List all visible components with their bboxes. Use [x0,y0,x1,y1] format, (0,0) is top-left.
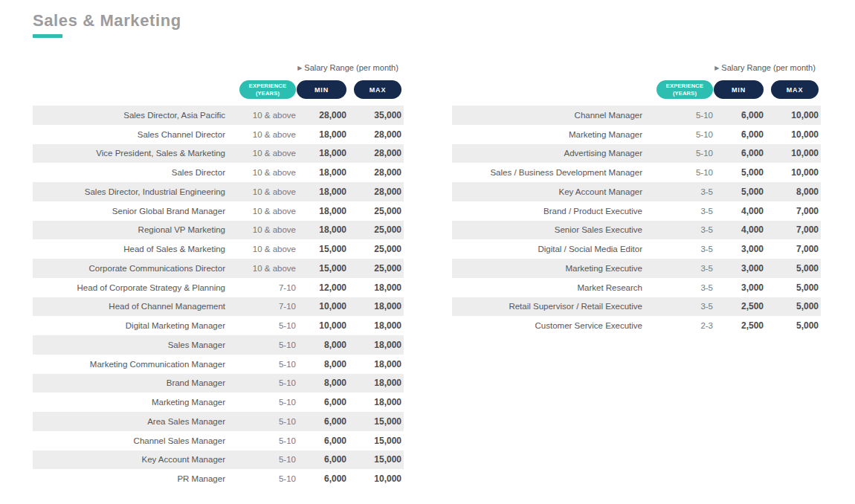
max-salary-value: 25,000 [346,263,401,274]
min-salary-value: 6,000 [296,436,346,446]
table-row: Sales Channel Director 10 & above 18,000… [33,125,404,144]
max-salary-value: 10,000 [764,167,819,178]
column-headers-row: EXPERIENCE (YEARS) MIN MAX [33,80,404,99]
experience-column-header-cell: EXPERIENCE (YEARS) [642,80,713,99]
min-salary-value: 6,000 [713,148,764,158]
table-row: Advertising Manager 5-10 6,000 10,000 [452,144,821,164]
max-salary-value: 18,000 [346,282,401,293]
salary-table-right: ▶Salary Range (per month) EXPERIENCE (YE… [452,61,821,488]
job-title: Market Research [452,283,642,292]
min-salary-value: 4,000 [713,206,764,216]
salary-range-text: Salary Range (per month) [721,63,816,72]
table-row: Sales Director, Industrial Engineering 1… [33,182,404,201]
table-row: Sales Director, Asia Pacific 10 & above … [33,106,404,125]
min-salary-value: 18,000 [296,148,346,158]
min-salary-value: 3,000 [713,244,764,254]
max-salary-value: 5,000 [764,282,819,293]
experience-value: 10 & above [225,168,296,177]
max-salary-value: 25,000 [346,224,401,235]
min-salary-value: 8,000 [296,340,346,350]
job-title: Sales Director, Asia Pacific [33,111,225,120]
min-salary-value: 10,000 [296,320,346,331]
max-salary-value: 5,000 [764,320,819,331]
table-row: PR Manager 5-10 6,000 10,000 [33,469,404,488]
experience-value: 5-10 [225,455,296,464]
triangle-right-icon: ▶ [297,65,302,71]
job-title: Channel Sales Manager [33,436,225,445]
job-title: Customer Service Executive [452,321,642,330]
experience-value: 10 & above [225,245,296,253]
table-row: Brand Manager 5-10 8,000 18,000 [33,374,404,393]
experience-value: 10 & above [225,130,296,139]
job-title: Sales / Business Development Manager [452,168,642,177]
max-salary-value: 7,000 [764,224,819,235]
table-row: Head of Channel Management 7-10 10,000 1… [33,297,404,317]
max-salary-value: 15,000 [346,454,401,465]
max-salary-value: 7,000 [764,206,819,216]
min-salary-value: 5,000 [713,187,764,197]
table-header: ▶Salary Range (per month) EXPERIENCE (YE… [452,61,821,106]
min-salary-value: 18,000 [296,129,346,140]
max-salary-value: 15,000 [346,436,401,446]
job-title: Sales Channel Director [33,130,225,139]
page-header: Sales & Marketing [33,10,181,38]
job-title: Marketing Manager [452,130,642,139]
max-salary-value: 18,000 [346,397,401,407]
experience-value: 10 & above [225,111,296,120]
max-salary-value: 8,000 [764,187,819,197]
experience-value: 7-10 [225,302,296,311]
min-salary-value: 4,000 [713,224,764,235]
table-row: Senior Global Brand Manager 10 & above 1… [33,201,404,221]
max-header-pill: MAX [771,80,819,99]
job-title: Marketing Manager [33,398,225,407]
table-row: Vice President, Sales & Marketing 10 & a… [33,144,404,164]
job-title: Marketing Communication Manager [33,360,225,369]
table-row: Marketing Manager 5-10 6,000 18,000 [33,392,404,412]
job-title: Sales Director [33,168,225,177]
max-salary-value: 18,000 [346,301,401,311]
min-salary-value: 3,000 [713,282,764,293]
min-salary-value: 15,000 [296,244,346,254]
max-salary-value: 7,000 [764,244,819,254]
max-salary-value: 18,000 [346,340,401,350]
table-row: Customer Service Executive 2-3 2,500 5,0… [452,316,821,335]
max-salary-value: 25,000 [346,244,401,254]
max-salary-value: 35,000 [346,110,401,120]
table-row: Channel Manager 5-10 6,000 10,000 [452,106,821,125]
experience-value: 5-10 [642,130,713,139]
min-column-header-cell: MIN [296,80,346,99]
max-column-header-cell: MAX [346,80,401,99]
min-header-pill: MIN [714,80,764,99]
min-salary-value: 6,000 [713,110,764,120]
job-title: Digital / Social Media Editor [452,245,642,253]
job-title: Sales Manager [33,340,225,349]
table-row: Retail Supervisor / Retail Executive 3-5… [452,297,821,317]
experience-value: 5-10 [225,340,296,349]
experience-value: 5-10 [642,149,713,158]
experience-value: 5-10 [225,417,296,426]
table-rows: Sales Director, Asia Pacific 10 & above … [33,106,404,488]
max-salary-value: 18,000 [346,359,401,369]
min-salary-value: 12,000 [296,282,346,293]
min-salary-value: 6,000 [296,416,346,427]
job-title: Corporate Communications Director [33,264,225,273]
max-salary-value: 28,000 [346,187,401,197]
experience-column-header-cell: EXPERIENCE (YEARS) [225,80,296,99]
experience-value: 5-10 [225,398,296,407]
job-title: Channel Manager [452,111,642,120]
max-column-header-cell: MAX [764,80,819,99]
experience-value: 5-10 [225,436,296,445]
table-row: Senior Sales Executive 3-5 4,000 7,000 [452,221,821,240]
job-title: Key Account Manager [33,455,225,464]
min-salary-value: 6,000 [296,397,346,407]
experience-value: 3-5 [642,283,713,292]
job-title: Marketing Executive [452,264,642,273]
min-salary-value: 5,000 [713,167,764,178]
page-title: Sales & Marketing [33,10,181,31]
table-row: Key Account Manager 5-10 6,000 15,000 [33,450,404,470]
min-salary-value: 6,000 [713,129,764,140]
experience-value: 3-5 [642,207,713,216]
experience-value: 2-3 [642,321,713,330]
experience-value: 3-5 [642,225,713,234]
max-salary-value: 25,000 [346,206,401,216]
